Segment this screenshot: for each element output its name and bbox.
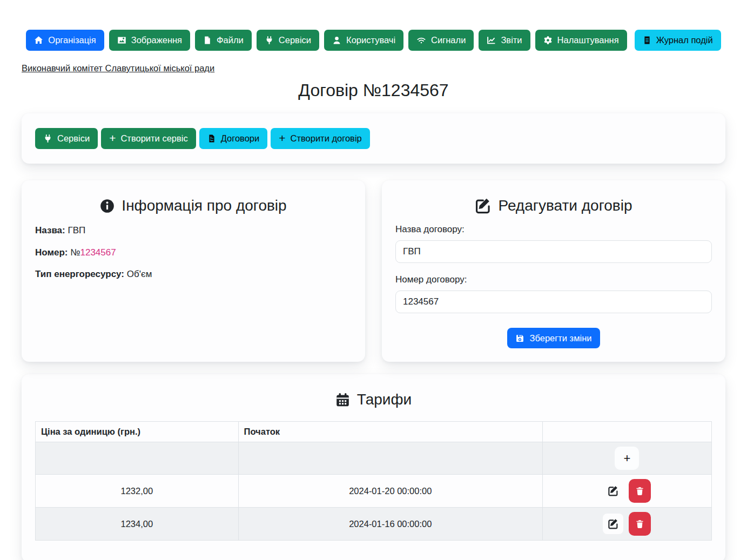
empty-start-cell [238, 442, 542, 475]
user-icon [332, 36, 341, 45]
column-header-actions [542, 422, 711, 442]
plus-icon: + [109, 132, 116, 144]
contract-name-label: Назва договору: [395, 224, 712, 235]
pen-square-icon [608, 485, 618, 496]
page-title: Договір №1234567 [0, 80, 747, 100]
contract-name-field: Назва: ГВП [35, 224, 352, 238]
contracts-button[interactable]: Договори [199, 128, 268, 149]
nav-label: Організація [48, 36, 96, 45]
pen-square-icon [608, 518, 618, 529]
file-contract-icon [207, 134, 216, 143]
organization-link[interactable]: Виконавчий комітет Славутицької міської … [22, 63, 214, 73]
nav-label: Сервіси [279, 36, 311, 45]
nav-label: Зображення [131, 36, 182, 45]
home-icon [34, 36, 43, 45]
field-value: Об'єм [127, 269, 152, 279]
trash-icon [635, 487, 644, 496]
nav-label: Користувачі [346, 36, 395, 45]
edit-card-title-text: Редагувати договір [498, 197, 632, 214]
nav-button-images[interactable]: Зображення [109, 30, 190, 51]
button-label: Створити сервіс [120, 134, 187, 143]
nav-button-event-log[interactable]: Журнал подій [635, 30, 721, 51]
delete-tariff-button[interactable] [629, 479, 651, 503]
create-contract-button[interactable]: + Створити договір [271, 128, 370, 149]
nav-label: Сигнали [431, 36, 466, 45]
info-card-title: Інформація про договір [35, 197, 352, 214]
empty-price-cell [36, 442, 239, 475]
tariff-row: 1234,00 2024-01-16 00:00:00 [36, 508, 712, 541]
tariff-start: 2024-01-16 00:00:00 [238, 508, 542, 541]
field-value: ГВП [68, 225, 85, 235]
button-label: Сервіси [57, 134, 90, 143]
nav-label: Файли [217, 36, 244, 45]
field-label: Назва: [35, 225, 65, 235]
button-label: Договори [221, 134, 260, 143]
save-changes-button[interactable]: Зберегти зміни [507, 328, 600, 348]
add-cell: + [542, 442, 711, 475]
top-nav: Організація Зображення Файли Сервіси Кор… [0, 30, 747, 51]
contract-number-group: Номер договору: [395, 274, 712, 313]
button-label: Створити договір [291, 134, 362, 143]
field-label: Номер: [35, 247, 68, 258]
nav-button-reports[interactable]: Звіти [479, 30, 530, 51]
tariffs-title-text: Тарифи [357, 391, 412, 408]
contract-number-label: Номер договору: [395, 274, 712, 285]
page: Організація Зображення Файли Сервіси Кор… [0, 0, 747, 560]
nav-button-signals[interactable]: Сигнали [408, 30, 474, 51]
info-card-title-text: Інформація про договір [122, 197, 286, 214]
contract-number-input[interactable] [395, 291, 712, 313]
plus-icon: + [279, 132, 285, 144]
contract-info-card: Інформація про договір Назва: ГВП Номер:… [22, 180, 365, 362]
add-tariff-row: + [36, 442, 712, 475]
tariff-row: 1232,00 2024-01-20 00:00:00 [36, 475, 712, 508]
contract-number-value: 1234567 [80, 247, 116, 258]
pen-square-icon [475, 198, 491, 214]
nav-button-settings[interactable]: Налаштування [535, 30, 627, 51]
nav-label: Налаштування [557, 36, 619, 45]
contract-name-group: Назва договору: [395, 224, 712, 263]
tariffs-title: Тарифи [35, 391, 712, 408]
breadcrumb: Виконавчий комітет Славутицької міської … [22, 63, 725, 73]
contract-name-input[interactable] [395, 240, 712, 263]
tariffs-table: Ціна за одиницю (грн.) Початок + 1232,00… [35, 421, 712, 541]
plug-icon [43, 134, 52, 143]
edit-contract-card: Редагувати договір Назва договору: Номер… [382, 180, 725, 362]
chart-line-icon [487, 36, 496, 45]
tariff-actions [542, 508, 711, 541]
gear-icon [543, 36, 553, 45]
file-icon [203, 36, 212, 45]
button-label: Зберегти зміни [529, 334, 591, 343]
delete-tariff-button[interactable] [629, 512, 651, 536]
calendar-icon [335, 393, 350, 407]
tariff-start: 2024-01-20 00:00:00 [238, 475, 542, 508]
trash-icon [635, 519, 644, 529]
services-button[interactable]: Сервіси [35, 128, 98, 149]
wifi-icon [416, 36, 426, 45]
nav-button-services[interactable]: Сервіси [257, 30, 319, 51]
column-header-start: Початок [238, 422, 542, 442]
save-icon [515, 334, 524, 343]
nav-button-organization[interactable]: Організація [26, 30, 104, 51]
table-header-row: Ціна за одиницю (грн.) Початок [36, 422, 712, 442]
tariff-price: 1232,00 [36, 475, 239, 508]
save-row: Зберегти зміни [395, 328, 712, 348]
nav-label: Журнал подій [656, 36, 713, 45]
nav-button-files[interactable]: Файли [195, 30, 252, 51]
plug-icon [265, 36, 274, 45]
create-service-button[interactable]: + Створити сервіс [101, 128, 196, 149]
field-label: Тип енергоресурсу: [35, 269, 124, 279]
nav-button-users[interactable]: Користувачі [324, 30, 403, 51]
edit-tariff-button[interactable] [603, 481, 623, 501]
info-circle-icon [100, 199, 115, 213]
number-prefix: № [70, 247, 80, 258]
journal-icon [643, 36, 651, 45]
nav-label: Звіти [501, 36, 522, 45]
energy-type-field: Тип енергоресурсу: Об'єм [35, 268, 352, 281]
contract-number-field: Номер: №1234567 [35, 246, 352, 260]
edit-card-title: Редагувати договір [395, 197, 712, 214]
image-icon [117, 36, 126, 45]
tariffs-card: Тарифи Ціна за одиницю (грн.) Початок + [22, 374, 725, 560]
add-tariff-button[interactable]: + [615, 447, 639, 470]
edit-tariff-button[interactable] [603, 514, 623, 534]
tariff-actions [542, 475, 711, 508]
